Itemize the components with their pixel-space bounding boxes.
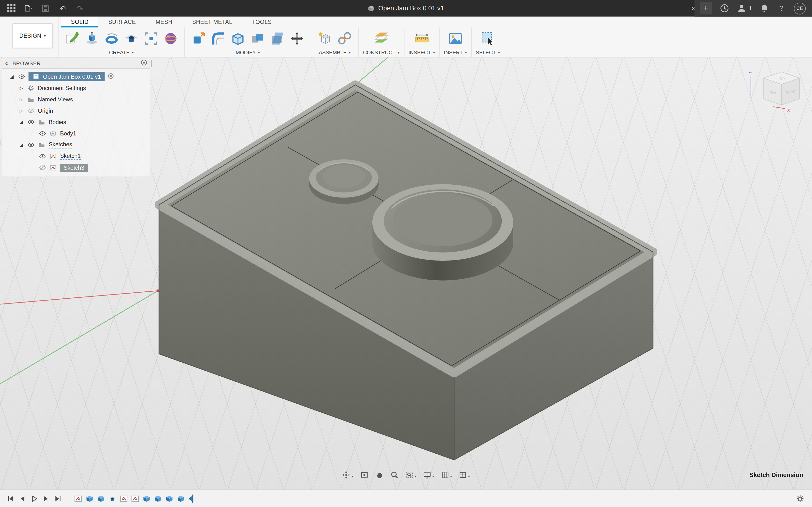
browser-row-sketches[interactable]: ◢ Sketches (2, 139, 150, 151)
eye-icon[interactable] (27, 118, 35, 126)
help-icon[interactable]: ? (777, 4, 786, 13)
browser-row-origin[interactable]: ▷ Origin (2, 105, 150, 116)
construct-menu[interactable]: CONSTRUCT▾ (363, 49, 400, 56)
browser-row-label[interactable]: Sketch3 (60, 164, 88, 171)
tab-tools[interactable]: TOOLS (242, 17, 282, 27)
skip-to-end-button[interactable] (54, 495, 62, 503)
step-back-button[interactable] (18, 495, 27, 503)
timeline-item-extrude[interactable] (176, 494, 185, 503)
timeline-item-hole[interactable] (108, 494, 116, 503)
apps-grid-icon[interactable] (7, 4, 16, 13)
file-menu-icon[interactable] (24, 4, 33, 13)
redo-icon[interactable]: ↷ (75, 4, 85, 13)
split-body-button[interactable] (268, 29, 287, 48)
view-cube[interactable]: Z X TOP FRONT RIGHT (749, 69, 800, 113)
extrude-button[interactable] (83, 29, 101, 48)
insert-image-button[interactable] (446, 29, 465, 48)
look-at-icon[interactable] (359, 470, 369, 480)
assemble-menu[interactable]: ASSEMBLE▾ (319, 49, 351, 56)
skip-to-start-button[interactable] (6, 495, 14, 503)
insert-menu[interactable]: INSERT▾ (444, 49, 467, 56)
tab-surface[interactable]: SURFACE (98, 17, 146, 27)
selected-root-chip[interactable]: Open Jam Box 0.01 v1 (29, 72, 105, 81)
timeline-position-marker[interactable] (189, 494, 194, 503)
combine-button[interactable] (248, 29, 267, 48)
tab-mesh[interactable]: MESH (146, 17, 182, 27)
display-filter-icon[interactable] (141, 59, 147, 67)
activate-radio-icon[interactable] (108, 73, 114, 80)
timeline-item-sketch[interactable] (73, 494, 82, 503)
workspace-switcher[interactable]: DESIGN ▾ (12, 23, 53, 48)
display-settings-icon[interactable]: ▾ (422, 470, 435, 480)
zoom-window-icon[interactable]: ▾ (404, 470, 417, 480)
document-tab[interactable]: Open Jam Box 0.01 v1 (368, 0, 444, 17)
create-sketch-button[interactable] (63, 29, 82, 48)
eye-icon[interactable] (27, 141, 35, 149)
job-status-icon[interactable] (720, 4, 729, 13)
expand-icon[interactable]: ▷ (18, 108, 24, 113)
timeline-item-extrude[interactable] (85, 494, 94, 503)
tab-sheet-metal[interactable]: SHEET METAL (182, 17, 242, 27)
panel-resize-handle[interactable] (151, 60, 152, 67)
press-pull-button[interactable] (189, 29, 208, 48)
browser-row-root[interactable]: ◢ Open Jam Box 0.01 v1 (2, 71, 150, 82)
joint-button[interactable] (335, 29, 354, 48)
eye-icon[interactable] (39, 130, 46, 137)
large-knob[interactable] (372, 184, 513, 281)
viewports-icon[interactable]: ▾ (458, 470, 471, 480)
new-tab-button[interactable]: + (700, 2, 712, 14)
browser-row-bodies[interactable]: ◢ Bodies (2, 116, 150, 128)
construction-plane-button[interactable] (372, 29, 391, 48)
eye-off-icon[interactable] (39, 164, 46, 171)
browser-row-named-views[interactable]: ▷ Named Views (2, 94, 150, 105)
small-knob[interactable] (309, 159, 378, 204)
browser-row-body1[interactable]: Body1 (2, 128, 150, 139)
save-icon[interactable] (41, 4, 50, 13)
shell-button[interactable] (229, 29, 248, 48)
undo-icon[interactable]: ↶ (58, 4, 67, 13)
orbit-icon[interactable]: ▾ (341, 470, 355, 480)
expand-icon[interactable]: ▷ (18, 97, 24, 102)
notifications-bell-icon[interactable] (760, 4, 769, 13)
timeline-item-extrude[interactable] (153, 494, 162, 503)
new-component-button[interactable] (315, 29, 335, 48)
select-button[interactable] (478, 29, 497, 48)
select-menu[interactable]: SELECT▾ (476, 49, 500, 56)
fillet-button[interactable] (209, 29, 228, 48)
revolve-button[interactable] (102, 29, 121, 48)
eye-icon[interactable] (18, 73, 26, 80)
measure-button[interactable] (412, 29, 432, 48)
collapse-browser-icon[interactable]: « (5, 60, 8, 66)
expand-icon[interactable]: ◢ (9, 74, 14, 79)
expand-icon[interactable]: ◢ (18, 119, 24, 125)
move-button[interactable] (287, 29, 306, 48)
eye-icon[interactable] (39, 152, 46, 160)
step-forward-button[interactable] (42, 495, 50, 503)
user-icon[interactable] (737, 4, 746, 13)
model-body1[interactable] (159, 85, 653, 460)
timeline-item-sketch[interactable] (131, 494, 139, 503)
hole-button[interactable] (122, 29, 141, 48)
grid-snaps-icon[interactable]: ▾ (440, 470, 453, 480)
browser-row-document-settings[interactable]: ▷ Document Settings (2, 82, 150, 94)
zoom-icon[interactable] (389, 470, 400, 480)
timeline-settings-gear-icon[interactable] (796, 494, 805, 503)
play-button[interactable] (30, 495, 38, 503)
browser-row-sketch3[interactable]: Sketch3 (2, 162, 150, 173)
modify-menu[interactable]: MODIFY▾ (236, 49, 260, 56)
avatar[interactable]: CE (794, 2, 806, 14)
expand-icon[interactable]: ▷ (18, 86, 24, 90)
timeline-item-extrude[interactable] (142, 494, 151, 503)
browser-row-sketch1[interactable]: Sketch1 (2, 151, 150, 162)
timeline-item-sketch[interactable] (119, 494, 128, 503)
create-form-button[interactable] (161, 29, 180, 48)
pan-icon[interactable] (374, 470, 385, 480)
expand-icon[interactable]: ◢ (18, 142, 24, 147)
inspect-menu[interactable]: INSPECT▾ (408, 49, 435, 56)
tab-solid[interactable]: SOLID (61, 17, 98, 27)
timeline-item-extrude[interactable] (96, 494, 105, 503)
timeline-item-extrude[interactable] (164, 494, 173, 503)
eye-off-icon[interactable] (27, 107, 35, 115)
pattern-button[interactable] (141, 29, 160, 48)
create-menu[interactable]: CREATE▾ (109, 49, 134, 56)
